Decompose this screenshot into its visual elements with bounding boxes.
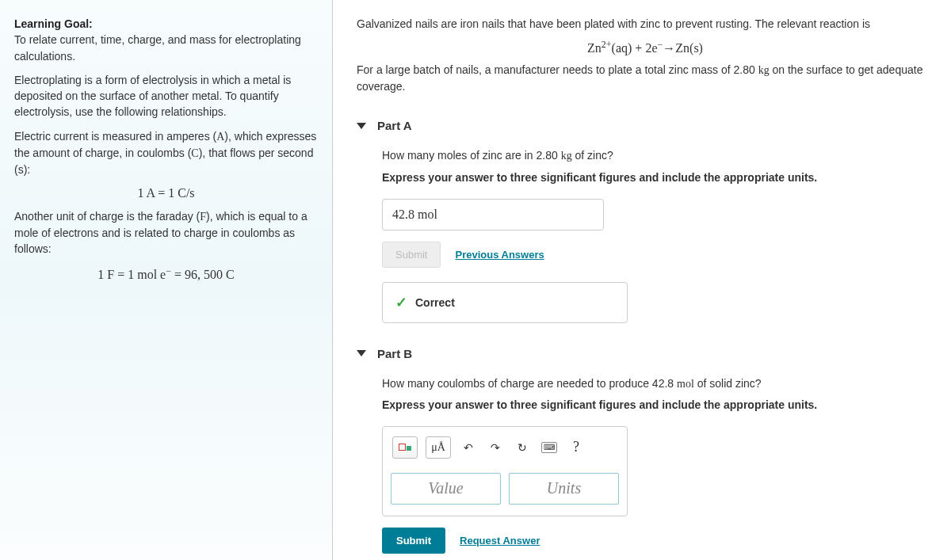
redo-button[interactable]: ↷ xyxy=(486,436,505,459)
part-b-title: Part B xyxy=(377,347,412,360)
submit-button[interactable]: Submit xyxy=(382,528,445,554)
caret-down-icon[interactable] xyxy=(357,350,366,356)
feedback-correct: ✓ Correct xyxy=(382,282,628,323)
part-b-header[interactable]: Part B xyxy=(357,347,934,360)
learning-goal-panel: Learning Goal:To relate current, time, c… xyxy=(0,0,333,560)
value-input[interactable]: Value xyxy=(391,473,501,505)
keyboard-button[interactable]: ⌨ xyxy=(540,436,559,459)
input-toolbar: μÅ ↶ ↷ ↻ ⌨ ? xyxy=(391,435,619,463)
submit-button-disabled: Submit xyxy=(382,242,441,268)
part-a-instruction: Express your answer to three significant… xyxy=(382,170,934,186)
intro-electroplating: Electroplating is a form of electrolysis… xyxy=(14,72,318,120)
previous-answers-link[interactable]: Previous Answers xyxy=(455,249,544,261)
part-a-question: How many moles of zinc are in 2.80 kg of… xyxy=(382,148,934,164)
equation-ampere: 1 A = 1 C/s xyxy=(14,186,318,200)
reset-button[interactable]: ↻ xyxy=(513,436,532,459)
help-button[interactable]: ? xyxy=(567,436,586,459)
check-icon: ✓ xyxy=(395,294,407,311)
problem-intro: Galvanized nails are iron nails that hav… xyxy=(357,16,934,32)
equation-faraday: 1 F = 1 mol e− = 96, 500 C xyxy=(14,265,318,282)
answer-input-area: μÅ ↶ ↷ ↻ ⌨ ? Value Units xyxy=(382,426,628,516)
templates-button[interactable] xyxy=(392,436,418,459)
undo-button[interactable]: ↶ xyxy=(459,436,478,459)
special-char-button[interactable]: μÅ xyxy=(426,436,451,459)
question-panel: Galvanized nails are iron nails that hav… xyxy=(333,0,951,560)
problem-mass: For a large batch of nails, a manufactur… xyxy=(357,62,934,95)
caret-down-icon[interactable] xyxy=(357,123,366,129)
part-a-body: How many moles of zinc are in 2.80 kg of… xyxy=(357,148,934,322)
part-a-title: Part A xyxy=(377,119,412,132)
reaction-equation: Zn2+(aq) + 2e−→Zn(s) xyxy=(357,39,934,55)
faraday-definition: Another unit of charge is the faraday (F… xyxy=(14,208,318,257)
current-definition: Electric current is measured in amperes … xyxy=(14,128,318,178)
learning-goal: Learning Goal:To relate current, time, c… xyxy=(14,16,318,64)
correct-text: Correct xyxy=(415,296,455,309)
part-b-instruction: Express your answer to three significant… xyxy=(382,398,934,413)
part-a-header[interactable]: Part A xyxy=(357,119,934,132)
part-b-body: How many coulombs of charge are needed t… xyxy=(357,376,934,554)
part-a-answer-display: 42.8 mol xyxy=(382,199,604,230)
part-b-question: How many coulombs of charge are needed t… xyxy=(382,376,934,392)
units-input[interactable]: Units xyxy=(509,473,619,505)
request-answer-link[interactable]: Request Answer xyxy=(460,535,540,547)
